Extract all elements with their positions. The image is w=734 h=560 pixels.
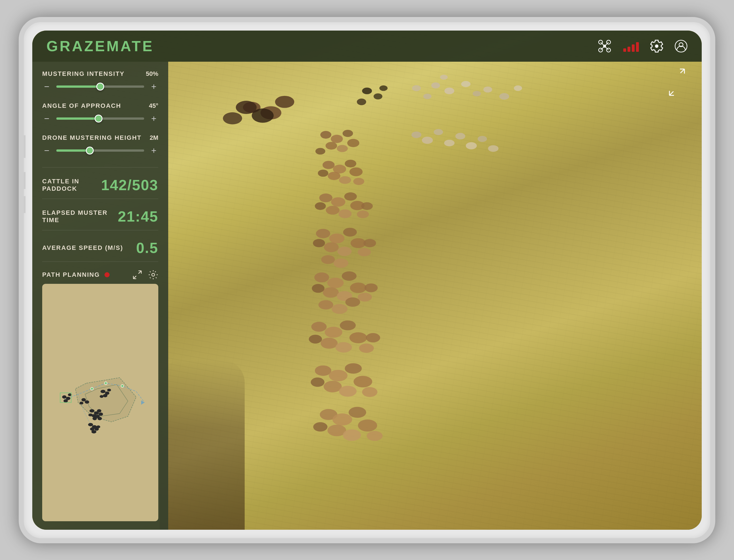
svg-line-160 — [669, 91, 673, 95]
mustering-intensity-section: Mustering Intensity 50% − + — [42, 70, 158, 100]
fullscreen-compress-icon[interactable] — [668, 83, 682, 98]
svg-point-126 — [63, 399, 68, 402]
cattle-paddock-label: Cattle in Paddock — [42, 178, 101, 192]
svg-point-135 — [100, 395, 104, 398]
svg-point-144 — [97, 417, 102, 420]
path-planning-left: Path Planning — [42, 271, 110, 278]
svg-point-145 — [88, 423, 93, 426]
divider-2 — [42, 199, 158, 199]
volume-up-button[interactable] — [22, 172, 25, 189]
mustering-intensity-track[interactable] — [56, 85, 144, 88]
avg-speed-row: Average Speed (m/s) 0.5 — [42, 235, 158, 260]
svg-point-129 — [85, 400, 89, 404]
svg-point-143 — [93, 417, 97, 420]
header-icons — [597, 39, 688, 53]
svg-rect-106 — [603, 45, 606, 48]
svg-point-150 — [96, 425, 100, 428]
volume-down-button[interactable] — [22, 196, 25, 213]
svg-line-157 — [681, 69, 684, 73]
angle-of-approach-label: Angle of Approach — [42, 102, 121, 110]
svg-point-153 — [104, 382, 107, 385]
user-profile-icon[interactable] — [675, 40, 688, 53]
drone-icon[interactable] — [597, 39, 612, 53]
drone-height-minus[interactable]: − — [42, 145, 51, 156]
path-planning-label: Path Planning — [42, 271, 100, 278]
mustering-intensity-minus[interactable]: − — [42, 81, 51, 92]
fullscreen-expand-icon[interactable] — [672, 67, 686, 83]
svg-point-133 — [103, 394, 108, 397]
signal-bar-1 — [623, 48, 626, 52]
mustering-intensity-value: 50% — [146, 70, 158, 78]
svg-point-152 — [91, 387, 93, 390]
svg-point-128 — [82, 398, 86, 401]
svg-point-141 — [88, 413, 93, 416]
avg-speed-value: 0.5 — [136, 239, 158, 256]
svg-point-154 — [121, 385, 124, 387]
mustering-intensity-label: Mustering Intensity — [42, 70, 125, 78]
svg-point-139 — [97, 409, 101, 412]
svg-point-130 — [80, 402, 83, 404]
power-button[interactable] — [22, 135, 25, 158]
path-planning-header: Path Planning — [42, 267, 158, 284]
angle-of-approach-section: Angle of Approach 45° − + — [42, 102, 158, 132]
angle-of-approach-thumb — [95, 115, 102, 123]
svg-point-124 — [62, 395, 67, 399]
mustering-intensity-plus[interactable]: + — [149, 81, 158, 92]
angle-of-approach-slider-row: − + — [42, 113, 158, 124]
gear-icon[interactable] — [650, 40, 663, 53]
svg-point-142 — [99, 412, 103, 416]
divider-1 — [42, 167, 158, 168]
drone-height-label: Drone Mustering Height — [42, 134, 142, 141]
path-planning-settings-icon[interactable] — [148, 270, 158, 280]
mustering-intensity-thumb — [96, 83, 104, 91]
mustering-intensity-slider-row: − + — [42, 81, 158, 92]
svg-point-136 — [89, 409, 95, 412]
soil-patch — [160, 360, 245, 530]
signal-bar-4 — [636, 42, 639, 52]
angle-of-approach-plus[interactable]: + — [149, 113, 158, 124]
angle-of-approach-fill — [56, 117, 99, 120]
signal-bars-icon — [623, 40, 639, 52]
drone-height-plus[interactable]: + — [149, 145, 158, 156]
elapsed-time-row: Elapsed Muster Time 21:45 — [42, 204, 158, 229]
left-panel: Mustering Intensity 50% − + Angle of App… — [32, 62, 168, 530]
signal-bar-3 — [632, 44, 635, 52]
path-planning-expand-icon[interactable] — [132, 270, 142, 280]
path-planning-map[interactable] — [42, 284, 158, 521]
path-planning-actions — [132, 270, 158, 280]
path-planning-status-dot — [104, 272, 110, 277]
drone-height-section: Drone Mustering Height 2M − + — [42, 134, 158, 164]
svg-point-134 — [107, 389, 111, 391]
svg-point-119 — [152, 273, 155, 276]
tablet-screen: GRAZEMATE — [32, 31, 702, 530]
avg-speed-label: Average Speed (m/s) — [42, 244, 123, 252]
mustering-intensity-header: Mustering Intensity 50% — [42, 70, 158, 78]
angle-of-approach-header: Angle of Approach 45° — [42, 102, 158, 110]
angle-of-approach-track[interactable] — [56, 117, 144, 120]
drone-height-fill — [56, 149, 90, 152]
drone-height-header: Drone Mustering Height 2M — [42, 134, 158, 141]
elapsed-time-label: Elapsed Muster Time — [42, 209, 118, 224]
mustering-intensity-fill — [56, 85, 100, 88]
tablet-frame: GRAZEMATE — [19, 17, 715, 543]
app-title: GRAZEMATE — [46, 38, 154, 55]
app-header: GRAZEMATE — [32, 31, 702, 62]
cattle-paddock-row: Cattle in Paddock 142/503 — [42, 173, 158, 198]
svg-line-115 — [138, 271, 141, 274]
divider-3 — [42, 230, 158, 230]
drone-height-slider-row: − + — [42, 145, 158, 156]
drone-height-thumb — [86, 147, 94, 155]
divider-4 — [42, 261, 158, 262]
cattle-paddock-value: 142/503 — [101, 177, 158, 194]
angle-of-approach-minus[interactable]: − — [42, 113, 51, 124]
elapsed-time-value: 21:45 — [118, 208, 158, 225]
svg-point-131 — [100, 390, 106, 393]
drone-height-value: 2M — [149, 134, 158, 141]
angle-of-approach-value: 45° — [149, 102, 158, 110]
svg-point-149 — [91, 430, 97, 434]
signal-bar-2 — [628, 47, 630, 52]
svg-line-118 — [133, 276, 136, 279]
path-map-svg — [42, 284, 158, 521]
drone-height-track[interactable] — [56, 149, 144, 152]
